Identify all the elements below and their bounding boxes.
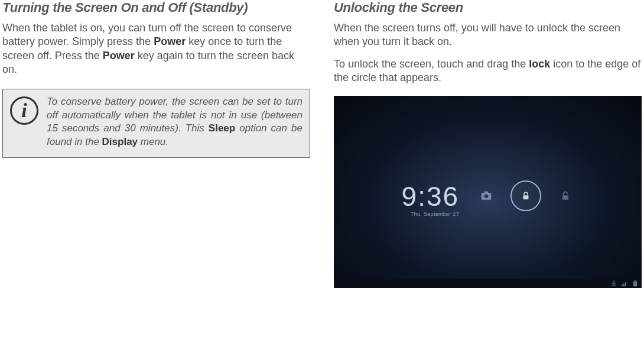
- standby-paragraph: When the tablet is on, you can turn off …: [2, 21, 310, 77]
- heading-unlock: Unlocking the Screen: [334, 0, 642, 15]
- info-icon: i: [10, 96, 38, 125]
- text: To unlock the screen, touch and drag the: [334, 58, 529, 70]
- svg-rect-10: [633, 282, 637, 287]
- svg-rect-8: [625, 282, 626, 286]
- svg-point-2: [484, 194, 489, 198]
- lock-icon: [521, 191, 531, 201]
- clock-block: 9:36 Thu, September 27: [402, 180, 460, 217]
- info-note-box: i To conserve battery power, the screen …: [2, 89, 310, 159]
- lock-ring[interactable]: [510, 180, 541, 211]
- svg-rect-1: [484, 191, 489, 193]
- unlock-paragraph-1: When the screen turns off, you will have…: [334, 21, 642, 49]
- unlock-paragraph-2: To unlock the screen, touch and drag the…: [334, 57, 642, 85]
- camera-icon[interactable]: [479, 189, 494, 202]
- svg-rect-5: [612, 286, 616, 286]
- unlock-icon[interactable]: [558, 189, 573, 202]
- lockscreen-illustration: 9:36 Thu, September 27: [334, 96, 642, 289]
- svg-rect-3: [523, 195, 528, 199]
- clock-date: Thu, September 27: [402, 211, 460, 217]
- svg-rect-6: [622, 285, 623, 286]
- heading-standby: Turning the Screen On and Off (Standby): [2, 0, 310, 15]
- svg-rect-7: [623, 283, 625, 286]
- info-note-text: To conserve battery power, the screen ca…: [47, 95, 303, 150]
- download-icon: [611, 280, 617, 286]
- right-column: Unlocking the Screen When the screen tur…: [334, 0, 642, 339]
- left-column: Turning the Screen On and Off (Standby) …: [2, 0, 310, 339]
- text: menu.: [138, 136, 168, 147]
- svg-rect-9: [635, 280, 636, 282]
- svg-rect-4: [562, 195, 568, 200]
- signal-icon: [622, 280, 627, 286]
- sleep-option: Sleep: [209, 122, 235, 134]
- status-bar: [334, 279, 642, 288]
- clock-time: 9:36: [402, 180, 460, 212]
- power-key-2: Power: [103, 50, 135, 62]
- lock-icon-label: lock: [529, 58, 550, 70]
- battery-icon: [632, 280, 638, 286]
- lock-slider-row: [479, 180, 573, 211]
- display-menu: Display: [102, 136, 138, 147]
- power-key-1: Power: [154, 35, 186, 47]
